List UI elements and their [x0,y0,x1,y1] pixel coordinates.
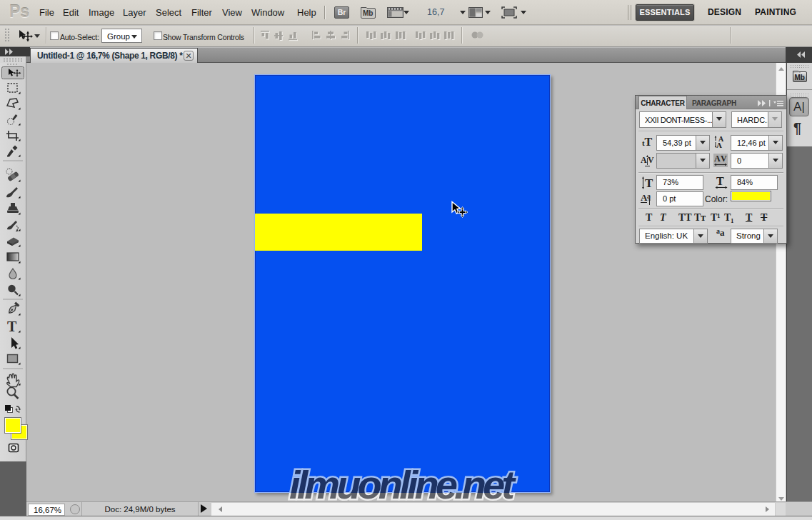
svg-text:A: A [716,141,722,149]
svg-text:A: A [641,155,647,165]
svg-text:V: V [721,154,727,164]
svg-text:V: V [648,155,654,165]
svg-text:Mb: Mb [795,74,805,81]
svg-text:a: a [647,192,651,200]
svg-text:T: T [7,319,17,334]
svg-text:T: T [716,176,724,187]
svg-text:Mb: Mb [363,9,373,17]
svg-text:A: A [714,154,721,164]
svg-text:T: T [645,176,653,190]
